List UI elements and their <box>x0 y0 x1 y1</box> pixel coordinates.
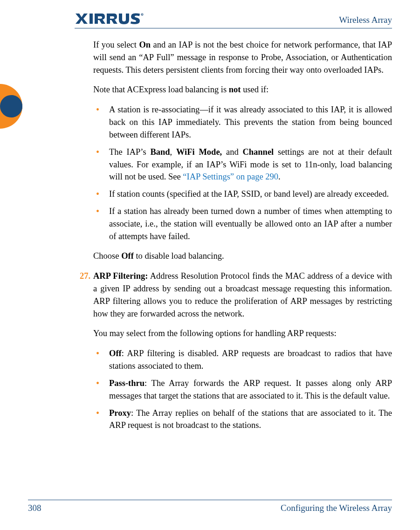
text: Note that ACExpress load balancing is <box>93 85 229 94</box>
bold-text: WiFi Mode, <box>176 147 222 157</box>
page-header: R Wireless Array <box>75 12 392 28</box>
document-title: Wireless Array <box>339 15 392 25</box>
page-number: 308 <box>28 503 41 513</box>
text: . <box>278 172 281 181</box>
text: If you select <box>93 40 139 49</box>
text: : ARP filtering is disabled. ARP request… <box>109 349 392 371</box>
side-tab-decoration <box>0 84 22 129</box>
item-title: ARP Filtering: <box>93 271 148 281</box>
numbered-list: 27. ARP Filtering: Address Resolution Pr… <box>75 270 392 320</box>
text: Choose <box>93 251 121 261</box>
list-item: The IAP’s Band, WiFi Mode, and Channel s… <box>93 146 392 183</box>
text: used if: <box>241 85 269 94</box>
list-item: If station counts (specified at the IAP,… <box>93 188 392 200</box>
bullet-list: A station is re-associating—if it was al… <box>93 103 392 242</box>
paragraph: You may select from the following option… <box>93 327 392 340</box>
brand-logo: R <box>75 12 145 25</box>
paragraph: Note that ACExpress load balancing is no… <box>93 83 392 96</box>
bold-text: Pass-thru <box>109 379 145 388</box>
bold-text: not <box>229 85 241 94</box>
paragraph: Choose Off to disable load balancing. <box>93 250 392 262</box>
list-item: Proxy: The Array replies on behalf of th… <box>93 407 392 432</box>
list-item-27: 27. ARP Filtering: Address Resolution Pr… <box>75 270 392 320</box>
svg-rect-0 <box>90 14 93 24</box>
page-body: If you select On and an IAP is not the b… <box>75 39 392 432</box>
paragraph: If you select On and an IAP is not the b… <box>93 39 392 76</box>
text: and <box>222 147 242 157</box>
bold-text: Off <box>121 251 134 261</box>
list-item: A station is re-associating—if it was al… <box>93 103 392 141</box>
bold-text: Proxy <box>109 408 131 418</box>
list-item: If a station has already been turned dow… <box>93 205 392 242</box>
cross-ref-link[interactable]: “IAP Settings” on page 290 <box>183 172 278 181</box>
text: : The Array forwards the ARP request. It… <box>109 379 392 400</box>
section-title: Configuring the Wireless Array <box>281 503 392 513</box>
text: to disable load balancing. <box>134 251 224 261</box>
list-item: Pass-thru: The Array forwards the ARP re… <box>93 377 392 402</box>
list-item: Off: ARP filtering is disabled. ARP requ… <box>93 347 392 372</box>
bullet-list: Off: ARP filtering is disabled. ARP requ… <box>93 347 392 432</box>
page: R Wireless Array If you select On and an… <box>0 0 420 530</box>
item-number: 27. <box>75 270 90 282</box>
text: If a station has already been turned dow… <box>109 206 392 241</box>
page-footer: 308 Configuring the Wireless Array <box>28 500 392 513</box>
text: The IAP’s <box>109 147 150 157</box>
text: If station counts (specified at the IAP,… <box>109 189 389 199</box>
bold-text: Channel <box>242 147 274 157</box>
svg-text:R: R <box>142 14 143 16</box>
bold-text: Band <box>150 147 170 157</box>
bold-text: On <box>139 40 151 49</box>
bold-text: Off <box>109 349 122 358</box>
text: , <box>170 147 176 157</box>
text: : The Array replies on behalf of the sta… <box>109 408 392 430</box>
text: A station is re-associating—if it was al… <box>109 105 392 139</box>
